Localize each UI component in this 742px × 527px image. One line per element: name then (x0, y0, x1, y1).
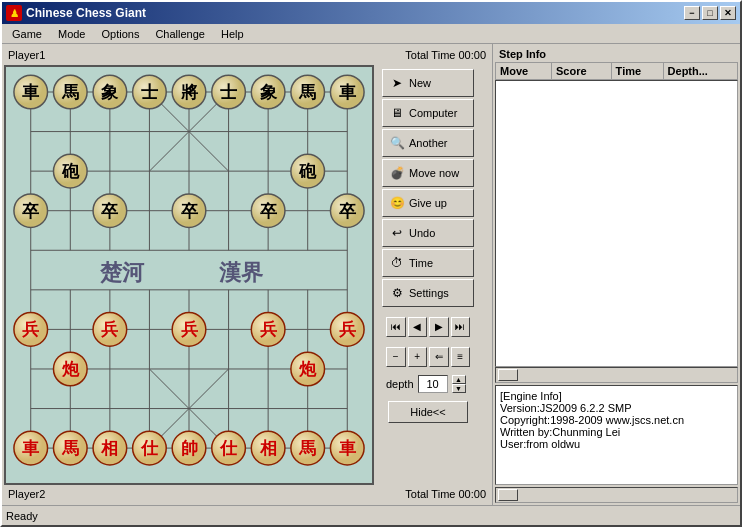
playback-controls2: − + ⇐ ≡ (382, 343, 474, 371)
player2-label: Player2 (8, 488, 45, 500)
computer-icon: 🖥 (389, 105, 405, 121)
close-button[interactable]: ✕ (720, 6, 736, 20)
svg-text:象: 象 (260, 82, 278, 101)
col-time: Time (611, 63, 663, 80)
svg-text:卒: 卒 (339, 200, 357, 220)
side-buttons-panel: ➤ New 🖥 Computer 🔍 Another 💣 Move now (378, 65, 478, 485)
movenow-icon: 💣 (389, 165, 405, 181)
menu-help[interactable]: Help (213, 26, 252, 42)
prev-button[interactable]: ◀ (408, 317, 428, 337)
player2-bar: Player2 Total Time 00:00 (4, 485, 490, 504)
giveup-button[interactable]: 😊 Give up (382, 189, 474, 217)
player2-time: Total Time 00:00 (405, 488, 486, 500)
list-button[interactable]: ≡ (451, 347, 471, 367)
depth-label: depth (386, 378, 414, 390)
menu-challenge[interactable]: Challenge (147, 26, 213, 42)
svg-text:漢界: 漢界 (219, 259, 264, 284)
svg-text:兵: 兵 (181, 319, 199, 339)
menu-game[interactable]: Game (4, 26, 50, 42)
computer-button[interactable]: 🖥 Computer (382, 99, 474, 127)
engine-info: [Engine Info] Version:JS2009 6.2.2 SMP C… (495, 385, 738, 485)
depth-spinner: ▲ ▼ (452, 375, 466, 393)
settings-button[interactable]: ⚙ Settings (382, 279, 474, 307)
board-container: 楚河 漢界 1 2 3 4 5 6 7 8 9 (4, 65, 490, 485)
svg-text:楚河: 楚河 (100, 260, 145, 284)
col-score: Score (551, 63, 611, 80)
right-panel: Step Info Move Score Time Depth... (492, 44, 740, 505)
svg-text:車: 車 (339, 82, 357, 101)
menubar: Game Mode Options Challenge Help (2, 24, 740, 44)
hide-button[interactable]: Hide<< (388, 401, 468, 423)
first-button[interactable]: ⏮ (386, 317, 406, 337)
h-scroll-thumb-bottom[interactable] (498, 489, 518, 501)
undo-icon: ↩ (389, 225, 405, 241)
engine-line-3: Written by:Chunming Lei (500, 426, 733, 438)
status-bar: Ready (2, 505, 740, 525)
main-window: ♟ Chinese Chess Giant − □ ✕ Game Mode Op… (0, 0, 742, 527)
depth-input[interactable] (418, 375, 448, 393)
step-info-title: Step Info (495, 46, 738, 62)
engine-line-0: [Engine Info] (500, 390, 733, 402)
svg-text:卒: 卒 (181, 200, 199, 220)
svg-text:士: 士 (220, 82, 238, 101)
svg-text:砲: 砲 (61, 162, 80, 181)
player1-time: Total Time 00:00 (405, 49, 486, 61)
engine-line-2: Copyright:1998-2009 www.jscs.net.cn (500, 414, 733, 426)
svg-text:相: 相 (100, 439, 118, 458)
minimize-button[interactable]: − (684, 6, 700, 20)
new-button[interactable]: ➤ New (382, 69, 474, 97)
svg-text:炮: 炮 (298, 359, 317, 378)
minus-button[interactable]: − (386, 347, 406, 367)
svg-text:卒: 卒 (101, 200, 119, 220)
another-icon: 🔍 (389, 135, 405, 151)
spin-down[interactable]: ▼ (452, 384, 466, 393)
main-content: Player1 Total Time 00:00 (2, 44, 740, 505)
next-button[interactable]: ▶ (429, 317, 449, 337)
svg-text:炮: 炮 (61, 359, 80, 378)
h-scroll-thumb[interactable] (498, 369, 518, 381)
svg-text:卒: 卒 (22, 200, 40, 220)
engine-line-4: User:from oldwu (500, 438, 733, 450)
status-text: Ready (6, 510, 38, 522)
svg-text:兵: 兵 (101, 319, 119, 339)
svg-text:帥: 帥 (181, 439, 198, 458)
spin-up[interactable]: ▲ (452, 375, 466, 384)
h-scrollbar-bottom[interactable] (495, 487, 738, 503)
last-button[interactable]: ⏭ (451, 317, 471, 337)
svg-text:馬: 馬 (298, 82, 316, 101)
player1-bar: Player1 Total Time 00:00 (4, 46, 490, 65)
svg-text:馬: 馬 (298, 439, 316, 458)
maximize-button[interactable]: □ (702, 6, 718, 20)
menu-options[interactable]: Options (94, 26, 148, 42)
col-depth: Depth... (663, 63, 737, 80)
plus-button[interactable]: + (408, 347, 428, 367)
back2-button[interactable]: ⇐ (429, 347, 449, 367)
board-svg: 楚河 漢界 1 2 3 4 5 6 7 8 9 (6, 67, 372, 483)
player1-label: Player1 (8, 49, 45, 61)
svg-text:仕: 仕 (219, 439, 238, 458)
svg-text:兵: 兵 (22, 319, 40, 339)
titlebar-buttons: − □ ✕ (684, 6, 736, 20)
undo-button[interactable]: ↩ Undo (382, 219, 474, 247)
movenow-button[interactable]: 💣 Move now (382, 159, 474, 187)
giveup-icon: 😊 (389, 195, 405, 211)
time-button[interactable]: ⏱ Time (382, 249, 474, 277)
svg-text:仕: 仕 (140, 439, 159, 458)
svg-text:象: 象 (101, 82, 119, 101)
svg-text:車: 車 (339, 439, 357, 458)
menu-mode[interactable]: Mode (50, 26, 94, 42)
app-icon: ♟ (6, 5, 22, 21)
svg-text:將: 將 (181, 82, 199, 101)
svg-text:卒: 卒 (260, 200, 278, 220)
svg-text:砲: 砲 (298, 162, 317, 181)
step-list[interactable] (495, 80, 738, 367)
chess-board[interactable]: 楚河 漢界 1 2 3 4 5 6 7 8 9 (4, 65, 374, 485)
svg-text:相: 相 (259, 439, 277, 458)
another-button[interactable]: 🔍 Another (382, 129, 474, 157)
time-icon: ⏱ (389, 255, 405, 271)
left-panel: Player1 Total Time 00:00 (2, 44, 492, 505)
new-icon: ➤ (389, 75, 405, 91)
h-scrollbar[interactable] (495, 367, 738, 383)
svg-text:士: 士 (141, 82, 159, 101)
col-move: Move (496, 63, 552, 80)
